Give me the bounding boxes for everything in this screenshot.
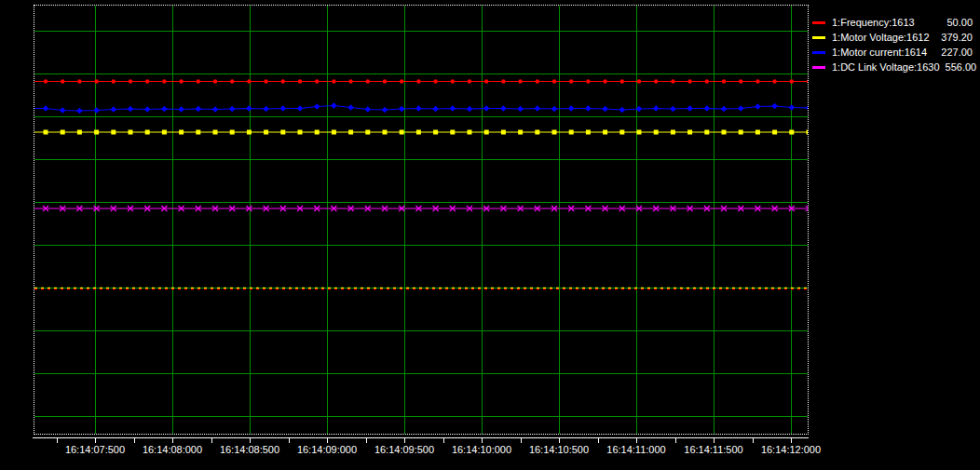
x-axis-tick-label: 16:14:07:500 <box>53 444 137 456</box>
x-axis-tick <box>172 437 173 443</box>
x-axis-tick <box>134 437 135 443</box>
legend-swatch-motor-current-icon <box>812 51 825 54</box>
x-axis-tick <box>327 437 328 443</box>
x-axis-tick-label: 16:14:10:000 <box>440 444 524 456</box>
x-axis-tick-label: 16:14:11:500 <box>672 444 755 456</box>
x-axis-tick-label: 16:14:08:500 <box>208 444 292 456</box>
x-axis-tick <box>753 437 754 443</box>
legend-value: 556.00 <box>946 61 977 73</box>
legend-label: 1:Motor Voltage:1612 <box>832 32 930 43</box>
x-axis-tick <box>636 437 637 443</box>
legend-label: 1:Motor current:1614 <box>832 47 927 58</box>
x-axis-tick-label: 16:14:11:000 <box>594 444 678 456</box>
x-axis-tick <box>443 437 444 443</box>
x-axis-tick-label: 16:14:09:500 <box>362 444 446 456</box>
legend-value: 227.00 <box>941 47 973 58</box>
trace-monitor-window: { "colors": { "background": "#000000", "… <box>0 0 980 470</box>
x-axis-tick <box>598 437 599 443</box>
legend-swatch-dc-link-voltage-icon <box>812 66 825 69</box>
legend-swatch-frequency-icon <box>812 21 825 24</box>
x-axis-tick <box>289 437 290 443</box>
x-axis-tick <box>57 437 58 443</box>
x-axis-tick-label: 16:14:09:000 <box>285 444 369 456</box>
legend-item-motor-voltage[interactable]: 1:Motor Voltage:1612 379.20 <box>812 30 973 45</box>
legend-swatch-motor-voltage-icon <box>812 36 825 39</box>
x-axis-tick-label: 16:14:08:000 <box>130 444 214 456</box>
plot-svg <box>34 6 808 434</box>
plot-area <box>34 5 809 435</box>
x-axis-tick <box>521 437 522 443</box>
x-axis-tick <box>675 437 676 443</box>
legend-value: 50.00 <box>946 17 973 28</box>
x-axis-tick <box>714 437 715 443</box>
legend-label: 1:Frequency:1613 <box>832 17 915 28</box>
x-axis-tick-label: 16:14:10:500 <box>517 444 601 456</box>
legend: 1:Frequency:1613 50.00 1:Motor Voltage:1… <box>812 15 973 74</box>
legend-item-frequency[interactable]: 1:Frequency:1613 50.00 <box>812 15 973 30</box>
x-axis-tick <box>250 437 251 443</box>
x-axis-tick <box>95 437 96 443</box>
x-axis-tick <box>404 437 405 443</box>
x-axis-tick-label: 16:14:12:000 <box>749 444 833 456</box>
legend-value: 379.20 <box>941 32 973 43</box>
legend-label: 1:DC Link Voltage:1630 <box>832 61 940 73</box>
x-axis-tick <box>559 437 560 443</box>
x-axis-tick <box>482 437 483 443</box>
x-axis-tick <box>366 437 367 443</box>
legend-item-dc-link-voltage[interactable]: 1:DC Link Voltage:1630 556.00 <box>812 60 973 74</box>
x-axis-line <box>33 437 809 438</box>
legend-item-motor-current[interactable]: 1:Motor current:1614 227.00 <box>812 45 973 60</box>
x-axis-tick <box>211 437 212 443</box>
x-axis-tick <box>791 437 792 443</box>
